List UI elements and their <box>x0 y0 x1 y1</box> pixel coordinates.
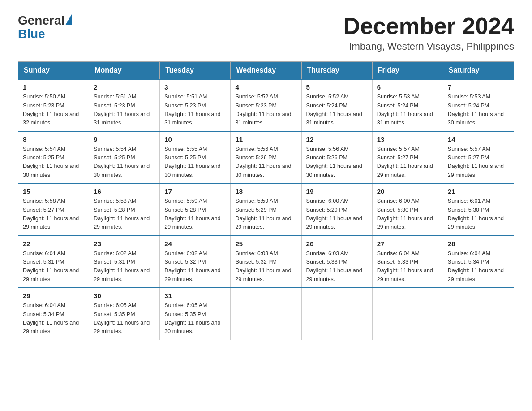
day-info: Sunrise: 5:56 AM Sunset: 5:26 PM Dayligh… <box>235 145 296 180</box>
day-info: Sunrise: 5:50 AM Sunset: 5:23 PM Dayligh… <box>23 93 84 128</box>
calendar-cell: 30 Sunrise: 6:05 AM Sunset: 5:35 PM Dayl… <box>89 288 160 340</box>
calendar-cell <box>301 288 372 340</box>
day-number: 5 <box>306 83 368 91</box>
calendar-cell: 4 Sunrise: 5:52 AM Sunset: 5:23 PM Dayli… <box>231 79 301 132</box>
day-number: 14 <box>448 136 509 143</box>
col-tuesday: Tuesday <box>160 62 231 80</box>
week-row-1: 1 Sunrise: 5:50 AM Sunset: 5:23 PM Dayli… <box>18 79 514 132</box>
day-info: Sunrise: 6:03 AM Sunset: 5:32 PM Dayligh… <box>235 249 296 284</box>
calendar-cell: 20 Sunrise: 6:00 AM Sunset: 5:30 PM Dayl… <box>372 184 443 236</box>
calendar-cell: 7 Sunrise: 5:53 AM Sunset: 5:24 PM Dayli… <box>443 79 514 132</box>
day-number: 16 <box>94 188 155 195</box>
day-info: Sunrise: 5:59 AM Sunset: 5:28 PM Dayligh… <box>164 197 226 232</box>
calendar-cell: 15 Sunrise: 5:58 AM Sunset: 5:27 PM Dayl… <box>18 184 89 236</box>
day-info: Sunrise: 6:01 AM Sunset: 5:31 PM Dayligh… <box>23 249 84 284</box>
day-number: 30 <box>94 292 155 300</box>
day-info: Sunrise: 6:00 AM Sunset: 5:30 PM Dayligh… <box>377 197 438 232</box>
day-info: Sunrise: 5:58 AM Sunset: 5:27 PM Dayligh… <box>23 197 84 232</box>
day-info: Sunrise: 6:03 AM Sunset: 5:33 PM Dayligh… <box>306 249 368 284</box>
col-monday: Monday <box>89 62 160 80</box>
calendar-cell: 8 Sunrise: 5:54 AM Sunset: 5:25 PM Dayli… <box>18 132 89 184</box>
day-info: Sunrise: 5:56 AM Sunset: 5:26 PM Dayligh… <box>306 145 368 180</box>
day-number: 24 <box>164 240 226 248</box>
calendar-cell: 12 Sunrise: 5:56 AM Sunset: 5:26 PM Dayl… <box>301 132 372 184</box>
week-row-5: 29 Sunrise: 6:04 AM Sunset: 5:34 PM Dayl… <box>18 288 514 340</box>
calendar-cell <box>443 288 514 340</box>
col-sunday: Sunday <box>18 62 89 80</box>
calendar-cell: 18 Sunrise: 5:59 AM Sunset: 5:29 PM Dayl… <box>231 184 301 236</box>
calendar-cell: 6 Sunrise: 5:53 AM Sunset: 5:24 PM Dayli… <box>372 79 443 132</box>
col-saturday: Saturday <box>443 62 514 80</box>
calendar-cell: 21 Sunrise: 6:01 AM Sunset: 5:30 PM Dayl… <box>443 184 514 236</box>
day-info: Sunrise: 5:54 AM Sunset: 5:25 PM Dayligh… <box>23 145 84 180</box>
day-info: Sunrise: 5:51 AM Sunset: 5:23 PM Dayligh… <box>164 93 226 128</box>
day-info: Sunrise: 5:53 AM Sunset: 5:24 PM Dayligh… <box>377 93 438 128</box>
day-number: 12 <box>306 136 368 143</box>
logo: General Blue <box>18 13 72 41</box>
day-number: 4 <box>235 83 296 91</box>
calendar-cell: 2 Sunrise: 5:51 AM Sunset: 5:23 PM Dayli… <box>89 79 160 132</box>
calendar-cell: 29 Sunrise: 6:04 AM Sunset: 5:34 PM Dayl… <box>18 288 89 340</box>
calendar-cell: 23 Sunrise: 6:02 AM Sunset: 5:31 PM Dayl… <box>89 236 160 288</box>
calendar-cell: 3 Sunrise: 5:51 AM Sunset: 5:23 PM Dayli… <box>160 79 231 132</box>
day-info: Sunrise: 6:00 AM Sunset: 5:29 PM Dayligh… <box>306 197 368 232</box>
calendar-cell: 22 Sunrise: 6:01 AM Sunset: 5:31 PM Dayl… <box>18 236 89 288</box>
day-info: Sunrise: 5:59 AM Sunset: 5:29 PM Dayligh… <box>235 197 296 232</box>
calendar-cell: 24 Sunrise: 6:02 AM Sunset: 5:32 PM Dayl… <box>160 236 231 288</box>
calendar-cell: 25 Sunrise: 6:03 AM Sunset: 5:32 PM Dayl… <box>231 236 301 288</box>
logo-triangle-icon <box>65 14 72 25</box>
calendar-cell: 28 Sunrise: 6:04 AM Sunset: 5:34 PM Dayl… <box>443 236 514 288</box>
day-info: Sunrise: 6:01 AM Sunset: 5:30 PM Dayligh… <box>448 197 509 232</box>
day-info: Sunrise: 6:04 AM Sunset: 5:33 PM Dayligh… <box>377 249 438 284</box>
calendar-cell: 19 Sunrise: 6:00 AM Sunset: 5:29 PM Dayl… <box>301 184 372 236</box>
calendar-cell: 26 Sunrise: 6:03 AM Sunset: 5:33 PM Dayl… <box>301 236 372 288</box>
day-number: 3 <box>164 83 226 91</box>
day-number: 23 <box>94 240 155 248</box>
col-friday: Friday <box>372 62 443 80</box>
day-info: Sunrise: 5:53 AM Sunset: 5:24 PM Dayligh… <box>448 93 509 128</box>
day-number: 10 <box>164 136 226 143</box>
calendar-cell: 31 Sunrise: 6:05 AM Sunset: 5:35 PM Dayl… <box>160 288 231 340</box>
day-number: 18 <box>235 188 296 195</box>
day-info: Sunrise: 5:54 AM Sunset: 5:25 PM Dayligh… <box>94 145 155 180</box>
col-wednesday: Wednesday <box>231 62 301 80</box>
day-info: Sunrise: 5:51 AM Sunset: 5:23 PM Dayligh… <box>94 93 155 128</box>
day-number: 13 <box>377 136 438 143</box>
day-info: Sunrise: 6:02 AM Sunset: 5:32 PM Dayligh… <box>164 249 226 284</box>
day-info: Sunrise: 5:57 AM Sunset: 5:27 PM Dayligh… <box>377 145 438 180</box>
calendar-cell: 1 Sunrise: 5:50 AM Sunset: 5:23 PM Dayli… <box>18 79 89 132</box>
day-info: Sunrise: 6:05 AM Sunset: 5:35 PM Dayligh… <box>94 301 155 336</box>
calendar-cell: 16 Sunrise: 5:58 AM Sunset: 5:28 PM Dayl… <box>89 184 160 236</box>
calendar-cell: 17 Sunrise: 5:59 AM Sunset: 5:28 PM Dayl… <box>160 184 231 236</box>
day-number: 25 <box>235 240 296 248</box>
day-number: 7 <box>448 83 509 91</box>
logo-blue-text: Blue <box>18 27 45 41</box>
col-thursday: Thursday <box>301 62 372 80</box>
day-info: Sunrise: 5:58 AM Sunset: 5:28 PM Dayligh… <box>94 197 155 232</box>
day-info: Sunrise: 6:04 AM Sunset: 5:34 PM Dayligh… <box>23 301 84 336</box>
day-info: Sunrise: 5:55 AM Sunset: 5:25 PM Dayligh… <box>164 145 226 180</box>
day-info: Sunrise: 6:04 AM Sunset: 5:34 PM Dayligh… <box>448 249 509 284</box>
calendar-cell <box>231 288 301 340</box>
month-title: December 2024 <box>343 13 514 39</box>
day-info: Sunrise: 5:52 AM Sunset: 5:24 PM Dayligh… <box>306 93 368 128</box>
calendar-header-row: Sunday Monday Tuesday Wednesday Thursday… <box>18 62 514 80</box>
day-number: 26 <box>306 240 368 248</box>
day-number: 8 <box>23 136 84 143</box>
calendar-cell: 27 Sunrise: 6:04 AM Sunset: 5:33 PM Dayl… <box>372 236 443 288</box>
day-number: 19 <box>306 188 368 195</box>
week-row-3: 15 Sunrise: 5:58 AM Sunset: 5:27 PM Dayl… <box>18 184 514 236</box>
day-number: 31 <box>164 292 226 300</box>
week-row-2: 8 Sunrise: 5:54 AM Sunset: 5:25 PM Dayli… <box>18 132 514 184</box>
day-number: 27 <box>377 240 438 248</box>
calendar-cell <box>372 288 443 340</box>
logo-general-text: General <box>18 13 64 28</box>
day-info: Sunrise: 6:05 AM Sunset: 5:35 PM Dayligh… <box>164 301 226 336</box>
calendar-cell: 9 Sunrise: 5:54 AM Sunset: 5:25 PM Dayli… <box>89 132 160 184</box>
day-info: Sunrise: 6:02 AM Sunset: 5:31 PM Dayligh… <box>94 249 155 284</box>
calendar-cell: 14 Sunrise: 5:57 AM Sunset: 5:27 PM Dayl… <box>443 132 514 184</box>
title-section: December 2024 Imbang, Western Visayas, P… <box>343 13 514 52</box>
day-number: 22 <box>23 240 84 248</box>
calendar-table: Sunday Monday Tuesday Wednesday Thursday… <box>18 61 514 340</box>
calendar-cell: 13 Sunrise: 5:57 AM Sunset: 5:27 PM Dayl… <box>372 132 443 184</box>
